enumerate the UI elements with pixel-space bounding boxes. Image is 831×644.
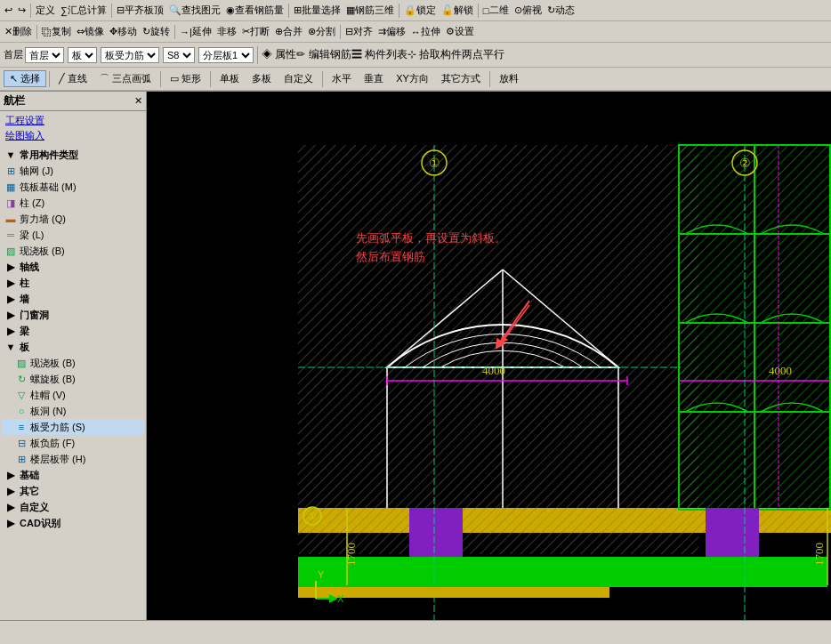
tb-move[interactable]: ✥ 移动: [107, 25, 140, 38]
tree-cat-custom[interactable]: ▶ 自定义: [2, 499, 144, 515]
main-layout: 航栏 ✕ 工程设置 绘图输入 ▼ 常用构件类型 ⊞ 轴网 (J) ▦ 筏板基础 …: [0, 92, 831, 620]
type-selector[interactable]: 板: [68, 47, 97, 63]
tree-shear-wall[interactable]: ▬ 剪力墙 (Q): [2, 211, 144, 227]
tb-find[interactable]: 🔍 查找图元: [166, 4, 223, 17]
btn-component-list[interactable]: ☰ 构件列表: [351, 47, 407, 62]
annotation-text: 先画弧平板，再设置为斜板。 然后布置钢筋: [356, 229, 506, 267]
raft-icon: ▦: [4, 180, 18, 194]
tree-neg-rebar[interactable]: ⊟ 板负筋 (F): [2, 435, 144, 451]
panel-close-btn[interactable]: ✕: [134, 95, 142, 107]
tb-extend[interactable]: →| 延伸: [177, 25, 214, 38]
line-icon: ╱: [59, 73, 65, 85]
grid-icon: ⊞: [4, 164, 18, 178]
tree-cat-other[interactable]: ▶ 其它: [2, 483, 144, 499]
btn-property[interactable]: ◈ 属性: [262, 47, 296, 62]
layer-selector[interactable]: 分层板1: [198, 47, 254, 63]
btn-two-point[interactable]: 两点: [462, 47, 483, 62]
btn-place-material[interactable]: 放料: [493, 70, 525, 87]
tree-cat-beam[interactable]: ▶ 梁: [2, 323, 144, 339]
tb-unlock[interactable]: 🔓 解锁: [439, 4, 476, 17]
tb-align[interactable]: ⊟ 对齐: [343, 25, 375, 38]
tree-common-types[interactable]: ▼ 常用构件类型: [2, 147, 144, 163]
tb-rebar-3d[interactable]: ▦ 钢筋三维: [343, 4, 397, 17]
tb-mirror[interactable]: ⇔ 镜像: [74, 25, 107, 38]
tb-lock[interactable]: 🔒 锁定: [401, 4, 439, 17]
tb-top-view[interactable]: ⊙ 俯视: [512, 4, 545, 17]
tb-nonmove[interactable]: 非移: [214, 25, 239, 38]
tb-rotate[interactable]: ↻ 旋转: [140, 25, 173, 38]
tb-copy[interactable]: ⿻ 复制: [39, 25, 74, 38]
tree-cast-slab[interactable]: ▨ 现浇板 (B): [2, 243, 144, 259]
status-bar: [0, 620, 831, 640]
expand-icon5: ▶: [4, 324, 18, 338]
floor-label: 首层: [4, 48, 23, 61]
tree-cat-column[interactable]: ▶ 柱: [2, 275, 144, 291]
tree-slab-rebar[interactable]: ≡ 板受力筋 (S): [2, 419, 144, 435]
btn-select[interactable]: ↖ 选择: [4, 70, 46, 87]
tb-offset[interactable]: ⇉ 偏移: [375, 25, 408, 38]
cad-canvas-area[interactable]: ① ② ① 4000 4000 1700 1700: [147, 92, 831, 620]
tree-cat-cad[interactable]: ▶ CAD识别: [2, 515, 144, 531]
tb-calc[interactable]: ∑ 汇总计算: [58, 4, 109, 17]
expand-icon7: ▶: [4, 468, 18, 482]
tree-cat-slab[interactable]: ▼ 板: [2, 339, 144, 355]
tb-define[interactable]: 定义: [33, 4, 58, 17]
btn-xy-dir[interactable]: XY方向: [390, 70, 435, 87]
tb-dynamic[interactable]: ↻ 动态: [545, 4, 577, 17]
subtype-selector[interactable]: 板受力筋: [101, 47, 159, 63]
tb-batch-select[interactable]: ⊞ 批量选择: [291, 4, 343, 17]
tree-cat-wall[interactable]: ▶ 墙: [2, 291, 144, 307]
expand-icon10: ▶: [4, 516, 18, 530]
grade-selector[interactable]: S8: [163, 47, 195, 63]
expand-icon4: ▶: [4, 308, 18, 322]
svg-text:4000: 4000: [482, 364, 505, 377]
tree-column[interactable]: ◨ 柱 (Z): [2, 195, 144, 211]
tb-merge[interactable]: ⊕ 合并: [272, 25, 305, 38]
tree-section: ▼ 常用构件类型 ⊞ 轴网 (J) ▦ 筏板基础 (M) ◨ 柱 (Z) ▬ 剪…: [0, 145, 146, 620]
tb-delete[interactable]: ✕ 删除: [2, 25, 35, 38]
btn-horizontal[interactable]: 水平: [326, 70, 358, 87]
btn-line[interactable]: ╱ 直线: [52, 70, 93, 87]
expand-icon8: ▶: [4, 484, 18, 498]
tree-spiral-slab[interactable]: ↻ 螺旋板 (B): [2, 371, 144, 387]
tb-2d[interactable]: □ 二维: [480, 4, 512, 17]
slab-icon: ▨: [4, 244, 18, 258]
tree-cast-slab2[interactable]: ▨ 现浇板 (B): [2, 355, 144, 371]
tree-beam[interactable]: ═ 梁 (L): [2, 227, 144, 243]
expand-icon: ▶: [4, 260, 18, 274]
colcap-icon: ▽: [14, 388, 28, 402]
tb-split[interactable]: ⊗ 分割: [305, 25, 338, 38]
btn-multi-slab[interactable]: 多板: [246, 70, 278, 87]
tree-axis-network[interactable]: ⊞ 轴网 (J): [2, 163, 144, 179]
btn-vertical[interactable]: 垂直: [358, 70, 390, 87]
tb-break[interactable]: ✂ 打断: [239, 25, 272, 38]
btn-edit-rebar[interactable]: ✏ 编辑钢筋: [296, 47, 351, 62]
btn-arc[interactable]: ⌒ 三点画弧: [93, 70, 157, 87]
svg-rect-4: [298, 145, 698, 554]
expand-icon3: ▶: [4, 292, 18, 306]
tree-cat-opening[interactable]: ▶ 门窗洞: [2, 307, 144, 323]
tree-cat-axis[interactable]: ▶ 轴线: [2, 259, 144, 275]
tb-view-rebar[interactable]: ◉ 查看钢筋量: [223, 4, 286, 17]
toolbar-row-1: ↩ ↪ 定义 ∑ 汇总计算 ⊟ 平齐板顶 🔍 查找图元 ◉ 查看钢筋量 ⊞ 批量…: [0, 0, 831, 21]
tb-stretch[interactable]: ↔ 拉伸: [408, 25, 443, 38]
tree-col-cap[interactable]: ▽ 柱帽 (V): [2, 387, 144, 403]
tree-raft-foundation[interactable]: ▦ 筏板基础 (M): [2, 179, 144, 195]
link-drawing-input[interactable]: 绘图输入: [4, 128, 142, 143]
tree-slab-hole[interactable]: ○ 板洞 (N): [2, 403, 144, 419]
tree-floor-band[interactable]: ⊞ 楼层板带 (H): [2, 451, 144, 467]
expand-icon2: ▶: [4, 276, 18, 290]
tree-cat-foundation[interactable]: ▶ 基础: [2, 467, 144, 483]
tb-redo[interactable]: ↪: [15, 4, 28, 16]
btn-parallel[interactable]: 平行: [483, 47, 504, 62]
link-project-settings[interactable]: 工程设置: [4, 113, 142, 128]
btn-pick-component[interactable]: ⊹ 拾取构件: [407, 47, 462, 62]
btn-rect[interactable]: ▭ 矩形: [164, 70, 207, 87]
floor-selector[interactable]: 首层: [25, 47, 64, 63]
btn-single-slab[interactable]: 单板: [214, 70, 246, 87]
tb-settings[interactable]: ⚙ 设置: [443, 25, 477, 38]
tb-undo[interactable]: ↩: [2, 4, 15, 16]
btn-custom[interactable]: 自定义: [278, 70, 319, 87]
tb-align-top[interactable]: ⊟ 平齐板顶: [114, 4, 166, 17]
btn-other-mode[interactable]: 其它方式: [435, 70, 487, 87]
